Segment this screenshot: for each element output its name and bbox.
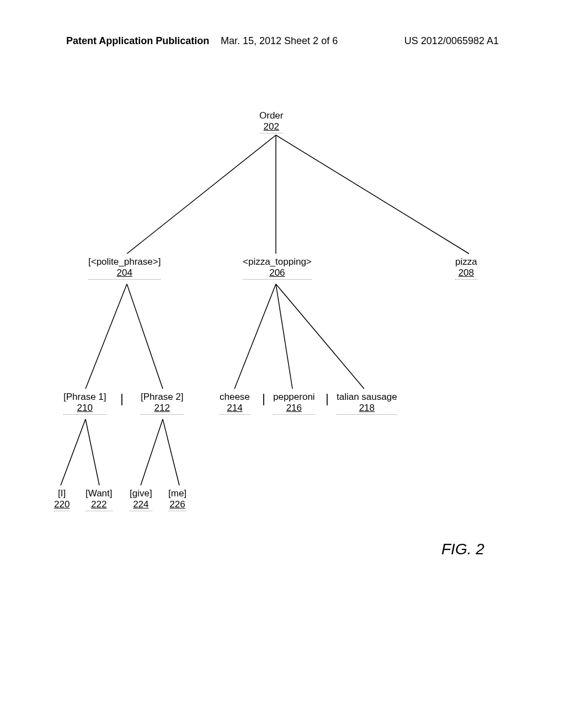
svg-line-11 xyxy=(163,419,179,485)
node-ref: 216 xyxy=(273,403,315,414)
svg-line-7 xyxy=(276,284,364,389)
node-phrase1: [Phrase 1] 210 xyxy=(63,392,106,415)
node-ref: 208 xyxy=(455,267,477,279)
svg-line-5 xyxy=(234,284,276,389)
node-label: cheese xyxy=(220,392,250,403)
node-ref: 224 xyxy=(130,499,152,511)
svg-line-10 xyxy=(141,419,163,485)
node-label: <pizza_topping> xyxy=(243,256,312,267)
node-ref: 222 xyxy=(86,499,113,511)
node-label: [give] xyxy=(130,488,152,499)
svg-line-8 xyxy=(61,419,86,485)
node-ref: 212 xyxy=(141,403,184,414)
node-phrase2: [Phrase 2] 212 xyxy=(141,392,184,415)
figure-label: FIG. 2 xyxy=(441,540,484,558)
node-ref: 204 xyxy=(88,267,161,279)
node-italian-sausage: talian sausage 218 xyxy=(337,392,397,415)
node-ref: 214 xyxy=(220,403,250,414)
svg-line-9 xyxy=(86,419,99,485)
node-ref: 220 xyxy=(54,499,70,511)
svg-line-3 xyxy=(86,284,127,389)
node-label: Order xyxy=(259,110,283,121)
node-pizza-topping: <pizza_topping> 206 xyxy=(243,256,312,280)
separator-pipe: | xyxy=(262,392,265,406)
svg-line-6 xyxy=(276,284,292,389)
node-ref: 202 xyxy=(259,121,283,133)
node-give: [give] 224 xyxy=(130,488,152,511)
node-label: talian sausage xyxy=(337,392,397,403)
figure-area: Order 202 [<polite_phrase>] 204 <pizza_t… xyxy=(44,83,530,634)
node-ref: 226 xyxy=(168,499,186,511)
separator-pipe: | xyxy=(120,392,124,406)
node-label: [Want] xyxy=(86,488,113,499)
node-polite-phrase: [<polite_phrase>] 204 xyxy=(88,256,161,280)
node-label: [Phrase 1] xyxy=(63,392,106,403)
node-cheese: cheese 214 xyxy=(220,392,250,415)
node-ref: 218 xyxy=(337,403,397,414)
node-label: [Phrase 2] xyxy=(141,392,184,403)
node-me: [me] 226 xyxy=(168,488,186,511)
node-label: [I] xyxy=(54,488,70,499)
node-label: [me] xyxy=(168,488,186,499)
svg-line-2 xyxy=(276,135,469,254)
svg-line-4 xyxy=(127,284,163,389)
node-pepperoni: pepperoni 216 xyxy=(273,392,315,415)
header-center: Mar. 15, 2012 Sheet 2 of 6 xyxy=(221,35,338,47)
node-label: pepperoni xyxy=(273,392,315,403)
node-i: [I] 220 xyxy=(54,488,70,511)
header-left: Patent Application Publication xyxy=(66,35,209,47)
node-ref: 206 xyxy=(243,267,312,279)
node-pizza: pizza 208 xyxy=(455,256,477,280)
svg-line-0 xyxy=(127,135,276,254)
node-ref: 210 xyxy=(63,403,106,414)
node-label: pizza xyxy=(455,256,477,267)
node-order: Order 202 xyxy=(259,110,283,133)
separator-pipe: | xyxy=(326,392,329,406)
node-label: [<polite_phrase>] xyxy=(88,256,161,267)
node-want: [Want] 222 xyxy=(86,488,113,511)
header-right: US 2012/0065982 A1 xyxy=(404,35,499,47)
